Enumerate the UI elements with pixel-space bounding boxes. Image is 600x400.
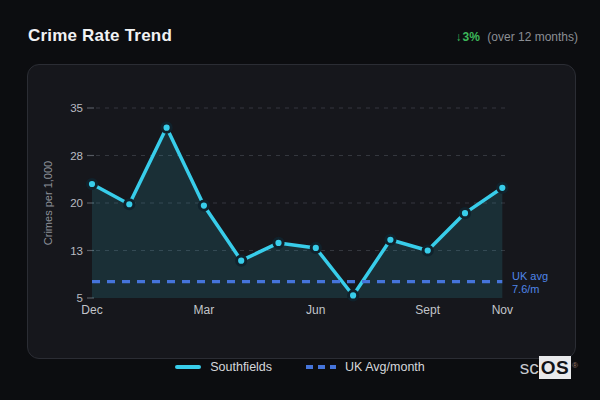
registered-mark-icon: ® [572,354,578,377]
crime-rate-dashboard: Crime Rate Trend ↓3% (over 12 months) 35… [0,0,600,400]
svg-text:Nov: Nov [492,303,513,317]
svg-text:Sept: Sept [415,303,440,317]
legend-item-southfields[interactable]: Southfields [175,360,272,374]
page-title: Crime Rate Trend [28,26,172,46]
scos-logo: scOS® [520,356,578,379]
legend-item-uk-avg[interactable]: UK Avg/month [306,360,425,374]
svg-text:Dec: Dec [81,303,102,317]
svg-text:Jun: Jun [306,303,325,317]
legend-label: Southfields [210,360,272,374]
crime-trend-line-chart: 352820135UK avg7.6/mDecMarJunSeptNovCrim… [28,65,577,360]
trend-period: (over 12 months) [487,30,578,44]
svg-text:UK avg: UK avg [512,270,548,282]
chart-card: 352820135UK avg7.6/mDecMarJunSeptNovCrim… [27,64,576,359]
blue-dashed-swatch-icon [306,365,336,369]
svg-text:Crimes per 1,000: Crimes per 1,000 [42,161,54,245]
logo-suffix: OS [539,356,571,379]
chart-legend: Southfields UK Avg/month [0,357,600,377]
svg-text:7.6/m: 7.6/m [512,283,540,295]
svg-text:28: 28 [70,150,83,162]
svg-text:13: 13 [70,245,83,257]
legend-label: UK Avg/month [345,360,425,374]
logo-prefix: sc [520,356,539,379]
svg-text:20: 20 [70,197,83,209]
header: Crime Rate Trend ↓3% (over 12 months) [28,26,578,46]
down-arrow-icon: ↓ [456,30,462,44]
svg-text:35: 35 [70,102,83,114]
trend-percent: 3% [463,30,480,44]
trend-indicator: ↓3% (over 12 months) [456,30,578,44]
cyan-line-swatch-icon [175,365,201,369]
svg-text:Mar: Mar [194,303,215,317]
